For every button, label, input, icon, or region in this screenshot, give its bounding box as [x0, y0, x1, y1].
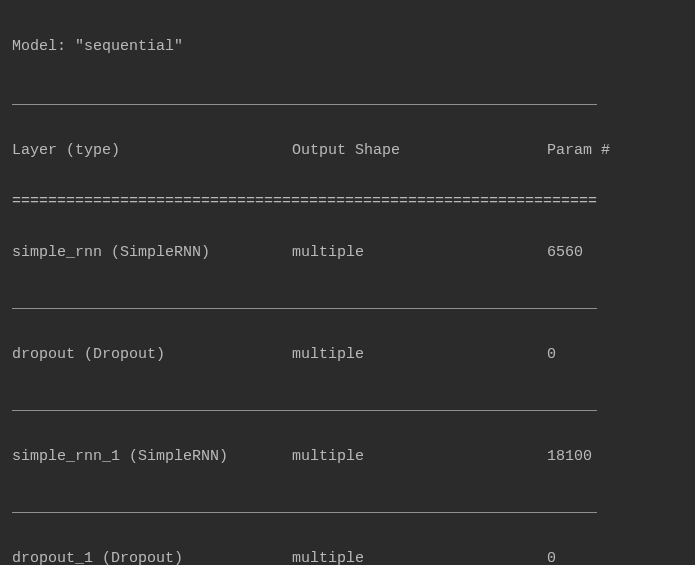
layer-name: dropout_1 (Dropout): [12, 546, 292, 566]
separator-row: ________________________________________…: [12, 495, 683, 521]
header-param: Param #: [547, 138, 610, 164]
separator-header: ========================================…: [12, 189, 683, 215]
layer-row: dropout_1 (Dropout)multiple0: [12, 546, 683, 566]
layer-shape: multiple: [292, 240, 547, 266]
layer-name: simple_rnn (SimpleRNN): [12, 240, 292, 266]
layer-name: dropout (Dropout): [12, 342, 292, 368]
header-layer: Layer (type): [12, 138, 292, 164]
model-header: Model: "sequential": [12, 34, 683, 60]
layer-params: 0: [547, 342, 556, 368]
layer-row: simple_rnn_1 (SimpleRNN)multiple18100: [12, 444, 683, 470]
separator-row: ________________________________________…: [12, 393, 683, 419]
terminal-output: Model: "sequential" ____________________…: [12, 8, 683, 565]
layer-params: 18100: [547, 444, 592, 470]
header-output-shape: Output Shape: [292, 138, 547, 164]
layer-row: dropout (Dropout)multiple0: [12, 342, 683, 368]
layer-name: simple_rnn_1 (SimpleRNN): [12, 444, 292, 470]
separator-row: ________________________________________…: [12, 291, 683, 317]
table-header-row: Layer (type)Output ShapeParam #: [12, 138, 683, 164]
layer-shape: multiple: [292, 546, 547, 566]
layer-shape: multiple: [292, 342, 547, 368]
layer-params: 6560: [547, 240, 583, 266]
layer-row: simple_rnn (SimpleRNN)multiple6560: [12, 240, 683, 266]
layer-shape: multiple: [292, 444, 547, 470]
separator-top: ________________________________________…: [12, 87, 683, 113]
layer-params: 0: [547, 546, 556, 566]
